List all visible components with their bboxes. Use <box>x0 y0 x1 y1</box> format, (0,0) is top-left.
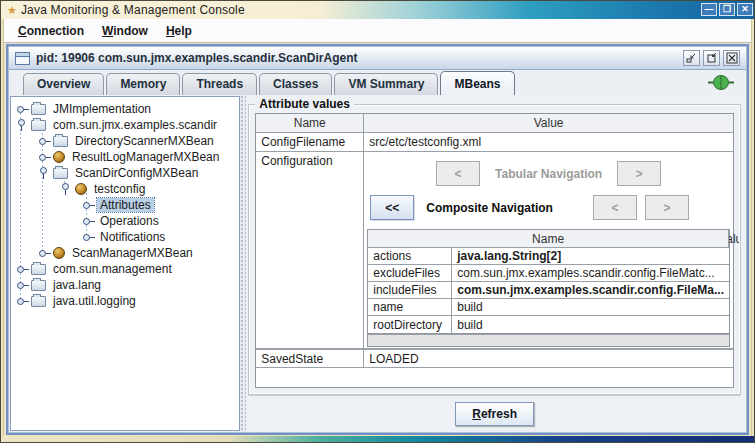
tree-item-label: DirectoryScannerMXBean <box>72 134 217 148</box>
menu-bar: Connection Window Help <box>4 19 751 43</box>
tree-leaf-handle-icon <box>83 215 96 227</box>
mbean-icon <box>75 183 87 195</box>
minimize-icon[interactable]: — <box>701 3 717 16</box>
tree-collapse-handle-icon[interactable] <box>17 279 30 291</box>
refresh-button[interactable]: Refresh <box>455 402 534 426</box>
tab-classes[interactable]: Classes <box>259 73 332 95</box>
tree-item-label: Notifications <box>97 230 168 244</box>
frame-titlebar: pid: 19906 com.sun.jmx.examples.scandir.… <box>9 47 746 70</box>
tree-item-notifications[interactable]: Notifications <box>11 229 239 245</box>
folder-icon <box>31 104 46 115</box>
attr-name: SavedState <box>256 350 364 367</box>
mbean-icon <box>53 247 65 259</box>
table-row-configfilename[interactable]: ConfigFilename src/etc/testconfig.xml <box>256 133 733 152</box>
nested-row-excludefiles[interactable]: excludeFiles com.sun.jmx.examples.scandi… <box>368 265 729 282</box>
frame-icon <box>15 52 30 65</box>
nested-attr-name: rootDirectory <box>368 316 452 333</box>
tree-item-directoryscanner[interactable]: DirectoryScannerMXBean <box>11 133 239 149</box>
tree-collapse-handle-icon[interactable] <box>17 295 30 307</box>
composite-prev-button[interactable]: < <box>593 195 637 220</box>
main-window: ★ Java Monitoring & Management Console —… <box>0 0 755 443</box>
nested-attr-value: com.sun.jmx.examples.scandir.config.File… <box>452 266 729 280</box>
tree-item-resultlogmanager[interactable]: ResultLogManagerMXBean <box>11 149 239 165</box>
tab-mbeans[interactable]: MBeans <box>440 71 514 95</box>
refresh-mnemonic: R <box>472 407 481 421</box>
tree-item-scandir-domain[interactable]: com.sun.jmx.examples.scandir <box>11 117 239 133</box>
tree-item-com-sun-management[interactable]: com.sun.management <box>11 261 239 277</box>
connected-plug-icon <box>708 75 734 94</box>
mbean-tree-panel: JMImplementation com.sun.jmx.examples.sc… <box>10 96 240 431</box>
tree-item-java-lang[interactable]: java.lang <box>11 277 239 293</box>
column-header-name[interactable]: Name <box>256 114 364 132</box>
tree-collapse-handle-icon[interactable] <box>17 263 30 275</box>
frame-maximize-icon[interactable] <box>703 50 720 66</box>
nested-row-includefiles[interactable]: includeFiles com.sun.jmx.examples.scandi… <box>368 282 729 299</box>
nested-row-rootdirectory[interactable]: rootDirectory build <box>368 316 729 333</box>
nested-column-header-name[interactable]: Name <box>368 230 729 247</box>
tabular-navigation-label: Tabular Navigation <box>495 167 602 181</box>
nested-row-actions[interactable]: actions java.lang.String[2] <box>368 248 729 265</box>
column-header-value[interactable]: Value <box>364 114 733 132</box>
tab-overview[interactable]: Overview <box>23 73 104 95</box>
tree-expand-handle-icon[interactable] <box>39 167 52 179</box>
nested-attr-value: java.lang.String[2] <box>452 249 729 263</box>
folder-icon <box>31 264 46 275</box>
frame-title: pid: 19906 com.sun.jmx.examples.scandir.… <box>36 51 357 65</box>
tabular-prev-button[interactable]: < <box>436 161 480 186</box>
table-row-configuration[interactable]: Configuration < Tabular Navigation > << … <box>256 152 733 349</box>
tree-item-operations[interactable]: Operations <box>11 213 239 229</box>
tree-item-label-selected: Attributes <box>97 198 154 212</box>
tree-collapse-handle-icon[interactable] <box>17 103 30 115</box>
nested-attr-name: includeFiles <box>368 282 452 298</box>
tree-leaf-handle-icon <box>83 231 96 243</box>
tree-item-label: ScanManagerMXBean <box>69 246 196 260</box>
nested-column-header-value[interactable]: Value <box>729 232 739 246</box>
tab-bar: Overview Memory Threads Classes VM Summa… <box>9 70 746 95</box>
mbean-icon <box>53 151 65 163</box>
attr-name: ConfigFilename <box>256 133 364 151</box>
composite-next-button[interactable]: > <box>645 195 689 220</box>
attribute-table: Name Value ConfigFilename src/etc/testco… <box>255 113 734 388</box>
menu-connection[interactable]: Connection <box>10 21 92 41</box>
menu-window[interactable]: Window <box>94 21 156 41</box>
tree-item-attributes[interactable]: Attributes <box>11 197 239 213</box>
tree-collapse-handle-icon[interactable] <box>39 151 52 163</box>
folder-icon <box>31 296 46 307</box>
maximize-icon[interactable]: ❐ <box>719 3 735 16</box>
nested-table-header: Name Value <box>368 230 729 248</box>
tree-collapse-handle-icon[interactable] <box>39 247 52 259</box>
mbeans-content: JMImplementation com.sun.jmx.examples.sc… <box>9 95 746 432</box>
tree-item-java-util-logging[interactable]: java.util.logging <box>11 293 239 309</box>
tabular-next-button[interactable]: > <box>617 161 661 186</box>
tree-item-label: com.sun.management <box>50 262 175 276</box>
frame-close-icon[interactable] <box>723 50 740 66</box>
window-controls: — ❐ ✕ <box>701 3 753 16</box>
folder-icon <box>53 136 68 147</box>
tab-threads[interactable]: Threads <box>182 73 257 95</box>
menu-help[interactable]: Help <box>158 21 200 41</box>
nested-attr-name: actions <box>368 248 452 264</box>
tree-leaf-handle-icon <box>83 199 96 211</box>
window-titlebar: ★ Java Monitoring & Management Console —… <box>1 1 755 19</box>
tree-item-jmimplementation[interactable]: JMImplementation <box>11 101 239 117</box>
tab-vm-summary[interactable]: VM Summary <box>334 73 438 95</box>
tree-item-testconfig[interactable]: testconfig <box>11 181 239 197</box>
tree-item-label: Operations <box>97 214 162 228</box>
close-icon[interactable]: ✕ <box>737 3 753 16</box>
tab-memory[interactable]: Memory <box>106 73 180 95</box>
frame-minimize-icon[interactable] <box>683 50 700 66</box>
tree-collapse-handle-icon[interactable] <box>39 135 52 147</box>
composite-back-button[interactable]: << <box>370 195 414 220</box>
tree-expand-handle-icon[interactable] <box>17 119 30 131</box>
nested-row-name[interactable]: name build <box>368 299 729 316</box>
frame-controls <box>683 50 740 66</box>
menu-connection-mnemonic: C <box>18 24 27 38</box>
button-bar: Refresh <box>248 395 741 432</box>
tree-item-scandirconfig[interactable]: ScanDirConfigMXBean <box>11 165 239 181</box>
menu-connection-rest: onnection <box>27 24 84 38</box>
table-row-savedstate[interactable]: SavedState LOADED <box>256 349 733 368</box>
tree-item-scanmanager[interactable]: ScanManagerMXBean <box>11 245 239 261</box>
tree-item-label: com.sun.jmx.examples.scandir <box>50 118 220 132</box>
tree-expand-handle-icon[interactable] <box>61 183 74 195</box>
nested-attr-name: excludeFiles <box>368 265 452 281</box>
